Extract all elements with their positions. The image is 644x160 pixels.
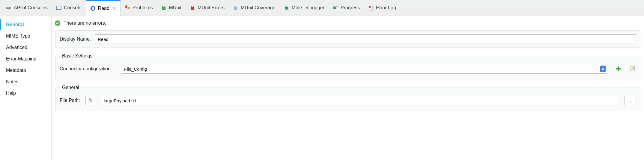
- sidebar-item-label: Notes: [6, 79, 19, 84]
- svg-rect-13: [333, 7, 336, 9]
- sidebar: General MIME Type Advanced Error Mapping…: [0, 16, 52, 160]
- sidebar-item-label: Advanced: [6, 45, 27, 50]
- svg-point-17: [55, 20, 60, 26]
- basic-settings-title: Basic Settings: [60, 53, 94, 59]
- tab-bar: api APIkit Consoles Console Read ✕ Probl…: [0, 0, 644, 16]
- svg-rect-1: [56, 6, 61, 10]
- status-text: There are no errors.: [64, 20, 106, 26]
- tab-munit-coverage[interactable]: MUnit Coverage: [229, 0, 280, 16]
- main-panel: There are no errors. Display Name: Basic…: [52, 16, 644, 160]
- tab-label: Problems: [133, 5, 153, 11]
- tab-label: APIkit Consoles: [14, 5, 48, 11]
- file-path-label: File Path:: [60, 98, 81, 103]
- ok-icon: [55, 20, 61, 26]
- munit-red-icon: [190, 5, 195, 11]
- sidebar-item-general[interactable]: General: [0, 19, 51, 30]
- progress-icon: [333, 5, 338, 11]
- tab-label: MUnit: [169, 5, 181, 11]
- tab-read[interactable]: Read ✕: [86, 0, 121, 16]
- sidebar-item-advanced[interactable]: Advanced: [0, 42, 51, 53]
- sidebar-item-label: Metadata: [6, 68, 26, 73]
- munit-blue-icon: [233, 5, 238, 11]
- sidebar-item-label: MIME Type: [6, 33, 30, 38]
- tab-problems[interactable]: Problems: [121, 0, 157, 16]
- browse-button[interactable]: ...: [625, 96, 636, 105]
- tab-error-log[interactable]: ✕ Error Log: [364, 0, 400, 16]
- tab-label: Mule Debugger: [292, 5, 324, 11]
- sidebar-item-label: Error Mapping: [6, 56, 36, 61]
- svg-point-5: [125, 5, 127, 8]
- fx-button[interactable]: fx: [85, 96, 95, 105]
- connector-config-label: Connector configuration:: [60, 66, 117, 72]
- general-group: General File Path: fx ...: [55, 85, 640, 111]
- svg-rect-4: [92, 7, 94, 10]
- sidebar-item-notes[interactable]: Notes: [0, 76, 51, 88]
- display-name-input[interactable]: [95, 34, 636, 44]
- tab-apikit-consoles[interactable]: api APIkit Consoles: [2, 0, 52, 16]
- svg-rect-2: [57, 7, 61, 7]
- tab-label: Read: [98, 6, 109, 11]
- tab-label: MUnit Errors: [198, 5, 225, 11]
- sidebar-item-metadata[interactable]: Metadata: [0, 65, 51, 76]
- tab-label: MUnit Coverage: [241, 5, 276, 11]
- sidebar-item-mime-type[interactable]: MIME Type: [0, 30, 51, 42]
- connector-config-select[interactable]: File_Config: [121, 64, 607, 74]
- add-config-button[interactable]: [615, 66, 622, 72]
- close-icon[interactable]: ✕: [112, 6, 116, 11]
- svg-point-7: [285, 6, 288, 10]
- problems-icon: [125, 5, 130, 11]
- edit-icon: [630, 66, 635, 72]
- api-icon: api: [6, 5, 11, 11]
- sidebar-item-label: General: [6, 22, 24, 27]
- svg-point-6: [127, 7, 130, 9]
- error-log-icon: ✕: [368, 5, 374, 11]
- general-group-title: General: [60, 85, 81, 90]
- plus-icon: [616, 66, 621, 72]
- connector-config-value: File_Config: [124, 66, 147, 72]
- tab-progress[interactable]: Progress: [329, 0, 364, 16]
- tab-munit[interactable]: MUnit: [157, 0, 186, 16]
- tab-munit-errors[interactable]: MUnit Errors: [186, 0, 229, 16]
- svg-text:api: api: [6, 6, 11, 10]
- status-row: There are no errors.: [52, 16, 644, 29]
- console-icon: [56, 5, 61, 11]
- edit-config-button[interactable]: [629, 66, 636, 72]
- display-name-label: Display Name:: [60, 36, 91, 42]
- sidebar-item-help[interactable]: Help: [0, 88, 51, 99]
- sidebar-item-label: Help: [6, 91, 16, 96]
- munit-green-icon: [161, 5, 166, 11]
- tab-console[interactable]: Console: [52, 0, 86, 16]
- tab-label: Console: [64, 5, 82, 11]
- bug-icon: [284, 5, 289, 11]
- svg-rect-19: [616, 68, 621, 69]
- svg-text:✕: ✕: [369, 6, 371, 8]
- read-icon: [90, 6, 96, 11]
- tab-label: Progress: [341, 5, 360, 11]
- tab-mule-debugger[interactable]: Mule Debugger: [280, 0, 329, 16]
- tab-label: Error Log: [376, 5, 396, 11]
- sidebar-item-error-mapping[interactable]: Error Mapping: [0, 53, 51, 65]
- select-arrow-icon: [600, 66, 606, 72]
- basic-settings-group: Basic Settings Connector configuration: …: [55, 53, 640, 79]
- display-name-panel: Display Name:: [55, 30, 640, 48]
- file-path-input[interactable]: [101, 96, 617, 105]
